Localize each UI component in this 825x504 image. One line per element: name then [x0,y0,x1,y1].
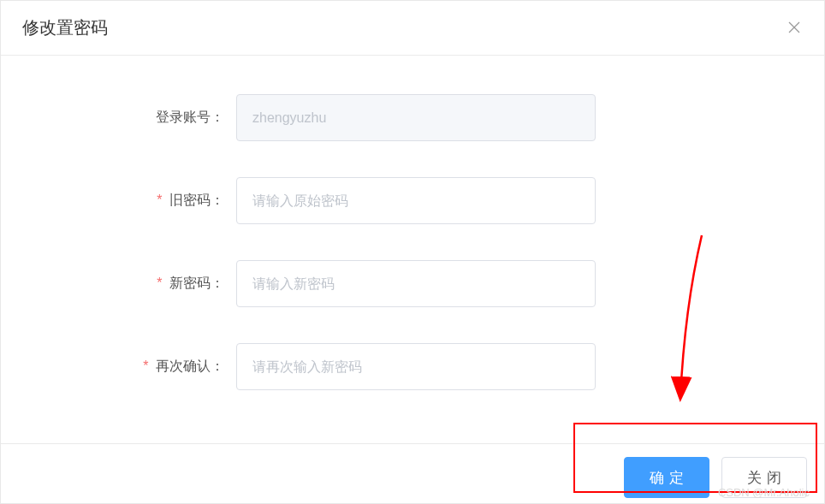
new-password-row: * 新密码： [35,260,790,307]
dialog-body: 登录账号： * 旧密码： * 新密码： * 再次确认： [1,56,824,443]
close-icon[interactable] [787,21,803,36]
dialog-title: 修改置密码 [22,16,108,39]
account-input [236,94,596,141]
old-password-input[interactable] [236,177,596,224]
account-label-text: 登录账号： [156,110,224,124]
confirm-password-label: * 再次确认： [35,358,236,376]
account-label: 登录账号： [35,109,236,127]
required-mark: * [143,359,148,373]
new-password-input[interactable] [236,260,596,307]
required-mark: * [157,276,162,290]
account-row: 登录账号： [35,94,790,141]
new-password-label: * 新密码： [35,275,236,293]
dialog-header: 修改置密码 [1,1,824,56]
confirm-button[interactable]: 确定 [624,457,709,498]
new-password-label-text: 新密码： [169,276,224,290]
old-password-row: * 旧密码： [35,177,790,224]
old-password-label-text: 旧密码： [169,193,224,207]
confirm-password-label-text: 再次确认： [156,359,224,373]
confirm-password-input[interactable] [236,343,596,390]
dialog-footer: 确定 关闭 [1,443,824,504]
confirm-password-row: * 再次确认： [35,343,790,390]
old-password-label: * 旧密码： [35,192,236,210]
password-change-dialog: 修改置密码 登录账号： * 旧密码： * 新密码： [0,0,825,504]
required-mark: * [157,193,162,207]
watermark: CSDN @Mr.Aholic [718,486,810,499]
